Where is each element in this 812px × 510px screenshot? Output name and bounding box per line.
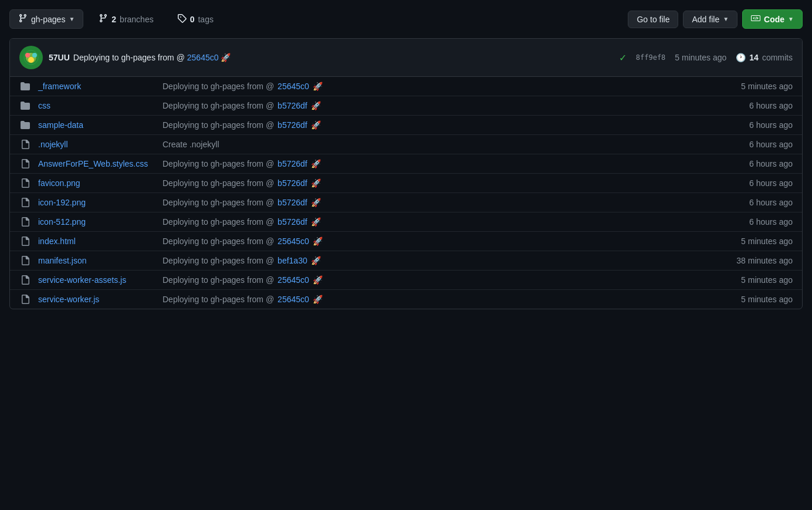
repo-file-browser: 🟢 57UU Deploying to gh-pages from @ 2564… [9, 38, 803, 309]
file-row[interactable]: icon-512.pngDeploying to gh-pages from @… [10, 212, 802, 232]
branch-chevron-icon: ▼ [69, 16, 75, 22]
file-row[interactable]: favicon.pngDeploying to gh-pages from @ … [10, 174, 802, 193]
rocket-emoji: 🚀 [311, 178, 321, 188]
add-file-chevron-icon: ▼ [723, 16, 729, 22]
file-row[interactable]: service-worker.jsDeploying to gh-pages f… [10, 290, 802, 309]
rocket-emoji: 🚀 [313, 295, 323, 304]
commit-hash-link[interactable]: bef1a30 [278, 256, 307, 265]
file-commit-msg: Deploying to gh-pages from @ 25645c0 🚀 [163, 275, 709, 285]
file-time: 6 hours ago [716, 120, 793, 130]
add-file-button[interactable]: Add file ▼ [683, 11, 737, 28]
file-name[interactable]: icon-192.png [38, 198, 155, 207]
file-name[interactable]: index.html [38, 237, 155, 246]
commit-hash-link[interactable]: b5726df [278, 159, 307, 168]
commit-hash-link[interactable]: 25645c0 [278, 275, 309, 285]
commit-user: 57UU [49, 53, 70, 62]
folder-icon [19, 82, 31, 91]
code-icon [751, 13, 760, 25]
rocket-emoji: 🚀 [313, 82, 323, 91]
commit-msg-text: Deploying to gh-pages from @ [163, 256, 274, 265]
tags-label: tags [198, 15, 213, 24]
file-name[interactable]: service-worker-assets.js [38, 275, 155, 285]
rocket-emoji: 🚀 [313, 237, 323, 246]
tags-count: 0 [190, 15, 195, 24]
file-name[interactable]: service-worker.js [38, 295, 155, 304]
branches-count-button[interactable]: 2 branches [90, 10, 161, 28]
file-commit-msg: Create .nojekyll [163, 140, 709, 149]
file-row[interactable]: icon-192.pngDeploying to gh-pages from @… [10, 193, 802, 212]
rocket-emoji: 🚀 [311, 217, 321, 227]
tags-count-button[interactable]: 0 tags [169, 10, 222, 28]
branch-selector-button[interactable]: gh-pages ▼ [9, 9, 83, 29]
file-time: 6 hours ago [716, 101, 793, 110]
commit-time: 5 minutes ago [675, 53, 726, 62]
go-to-file-label: Go to file [637, 15, 669, 24]
file-row[interactable]: index.htmlDeploying to gh-pages from @ 2… [10, 232, 802, 251]
commit-hash-link[interactable]: 25645c0 [278, 237, 309, 246]
commits-count: 🕐 14 commits [736, 53, 793, 62]
file-icon [19, 217, 31, 227]
commit-hash-link[interactable]: b5726df [278, 178, 307, 188]
check-icon: ✓ [619, 52, 627, 63]
commit-msg-text: Deploying to gh-pages from @ [163, 101, 274, 110]
code-label: Code [764, 15, 784, 24]
commit-message: Deploying to gh-pages from @ 25645c0 🚀 [73, 53, 231, 62]
commit-msg-text: Create .nojekyll [163, 140, 219, 149]
file-list: _frameworkDeploying to gh-pages from @ 2… [10, 77, 802, 309]
commit-hash-link[interactable]: b5726df [278, 120, 307, 130]
file-row[interactable]: AnswerForPE_Web.styles.cssDeploying to g… [10, 154, 802, 174]
file-row[interactable]: manifest.jsonDeploying to gh-pages from … [10, 251, 802, 271]
commit-msg-text: Deploying to gh-pages from @ [163, 82, 274, 91]
svg-point-3 [32, 53, 37, 58]
commit-msg-text: Deploying to gh-pages from @ [163, 159, 274, 168]
file-row[interactable]: cssDeploying to gh-pages from @ b5726df … [10, 96, 802, 116]
file-name[interactable]: icon-512.png [38, 217, 155, 227]
file-name[interactable]: .nojekyll [38, 140, 155, 149]
rocket-emoji: 🚀 [311, 101, 321, 110]
file-row[interactable]: _frameworkDeploying to gh-pages from @ 2… [10, 77, 802, 96]
commit-msg-text: Deploying to gh-pages from @ [163, 198, 274, 207]
file-name[interactable]: AnswerForPE_Web.styles.css [38, 159, 155, 168]
file-time: 6 hours ago [716, 198, 793, 207]
commit-msg-text: Deploying to gh-pages from @ [163, 120, 274, 130]
avatar: 🟢 [19, 46, 43, 69]
file-time: 5 minutes ago [716, 82, 793, 91]
commit-sha: 8ff9ef8 [636, 53, 666, 62]
commit-hash-link[interactable]: b5726df [278, 217, 307, 227]
file-row[interactable]: sample-dataDeploying to gh-pages from @ … [10, 116, 802, 135]
svg-point-2 [25, 53, 30, 58]
file-commit-msg: Deploying to gh-pages from @ 25645c0 🚀 [163, 295, 709, 304]
file-commit-msg: Deploying to gh-pages from @ b5726df 🚀 [163, 217, 709, 227]
tag-icon [177, 13, 187, 25]
commit-hash-link[interactable]: 25645c0 [187, 53, 219, 62]
add-file-label: Add file [692, 15, 719, 24]
rocket-emoji: 🚀 [311, 198, 321, 207]
svg-point-4 [28, 57, 34, 63]
file-name[interactable]: _framework [38, 82, 155, 91]
branch-name: gh-pages [31, 15, 65, 24]
toolbar: gh-pages ▼ 2 branches 0 tags Go to file … [9, 9, 803, 29]
code-button[interactable]: Code ▼ [742, 9, 803, 29]
file-icon [19, 198, 31, 207]
file-name[interactable]: favicon.png [38, 178, 155, 188]
file-icon [19, 159, 31, 168]
commit-hash-link[interactable]: 25645c0 [278, 295, 309, 304]
file-row[interactable]: .nojekyllCreate .nojekyll6 hours ago [10, 135, 802, 154]
commit-hash-link[interactable]: 25645c0 [278, 82, 309, 91]
commit-right: ✓ 8ff9ef8 5 minutes ago 🕐 14 commits [619, 52, 793, 63]
commit-header: 🟢 57UU Deploying to gh-pages from @ 2564… [10, 39, 802, 77]
file-time: 6 hours ago [716, 159, 793, 168]
commit-msg-text: Deploying to gh-pages from @ [163, 237, 274, 246]
go-to-file-button[interactable]: Go to file [628, 11, 678, 28]
commit-hash-link[interactable]: b5726df [278, 198, 307, 207]
file-commit-msg: Deploying to gh-pages from @ 25645c0 🚀 [163, 237, 709, 246]
commit-hash-link[interactable]: b5726df [278, 101, 307, 110]
file-time: 5 minutes ago [716, 237, 793, 246]
file-time: 6 hours ago [716, 178, 793, 188]
file-name[interactable]: manifest.json [38, 256, 155, 265]
file-row[interactable]: service-worker-assets.jsDeploying to gh-… [10, 271, 802, 290]
clock-icon: 🕐 [736, 53, 746, 62]
file-name[interactable]: sample-data [38, 120, 155, 130]
file-commit-msg: Deploying to gh-pages from @ b5726df 🚀 [163, 159, 709, 168]
file-name[interactable]: css [38, 101, 155, 110]
